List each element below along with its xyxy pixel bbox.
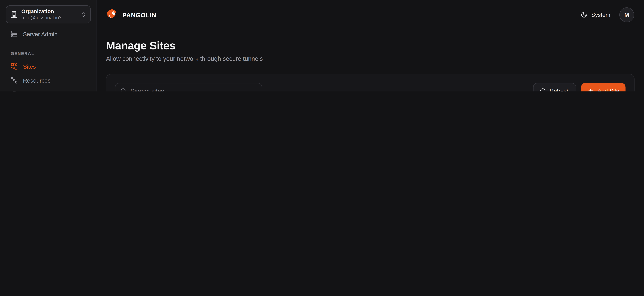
org-title: Organization [22, 8, 68, 14]
top-right: System M [581, 7, 634, 22]
combine-icon [11, 63, 18, 70]
moon-icon [581, 12, 588, 18]
avatar[interactable]: M [620, 7, 634, 22]
page-content: Manage Sites Allow connectivity to your … [97, 40, 644, 92]
main-area: PANGOLIN System M Manage Sites Allow con… [97, 0, 644, 92]
sidebar-item-label: Sites [23, 63, 36, 70]
brand-logo[interactable]: PANGOLIN [106, 8, 156, 21]
add-site-button[interactable]: Add Site [581, 83, 626, 92]
section-heading-general: GENERAL [11, 51, 86, 56]
refresh-label: Refresh [550, 88, 570, 92]
table-toolbar: Refresh Add Site [115, 83, 626, 92]
sidebar-item-label: Domains [23, 91, 46, 92]
top-bar: PANGOLIN System M [97, 0, 644, 30]
search-input[interactable] [130, 87, 257, 92]
org-subtitle: milo@fossorial.io's ... [22, 14, 68, 21]
toolbar-actions: Refresh Add Site [533, 83, 626, 92]
page-subtitle: Allow connectivity to your network throu… [106, 55, 634, 62]
search-icon [120, 88, 126, 92]
server-icon [11, 30, 18, 37]
app-root: Organization milo@fossorial.io's ... Ser… [0, 0, 644, 92]
org-texts: Organization milo@fossorial.io's ... [22, 8, 68, 21]
org-switcher[interactable]: Organization milo@fossorial.io's ... [6, 5, 91, 23]
theme-toggle[interactable]: System [581, 12, 610, 18]
sidebar-item-resources[interactable]: Resources [5, 74, 92, 87]
sidebar-item-sites[interactable]: Sites [5, 60, 92, 73]
sidebar-item-label: Resources [23, 77, 50, 84]
globe-icon [11, 91, 18, 92]
building-icon [10, 11, 18, 18]
sidebar: Organization milo@fossorial.io's ... Ser… [0, 0, 97, 92]
sidebar-item-server-admin[interactable]: Server Admin [5, 27, 92, 40]
waypoints-icon [11, 77, 18, 84]
sidebar-item-label: Server Admin [23, 31, 58, 37]
pangolin-logo-icon [106, 8, 119, 21]
search-box [115, 83, 262, 92]
refresh-icon [540, 88, 546, 92]
brand-name: PANGOLIN [122, 11, 156, 18]
chevrons-up-down-icon [80, 11, 86, 18]
sidebar-item-domains[interactable]: Domains [5, 88, 92, 92]
sites-card: Refresh Add Site Name [106, 74, 634, 92]
add-site-label: Add Site [598, 88, 620, 92]
page-title: Manage Sites [106, 40, 634, 52]
plus-icon [587, 88, 594, 92]
refresh-button[interactable]: Refresh [533, 83, 576, 92]
theme-label: System [591, 12, 610, 18]
